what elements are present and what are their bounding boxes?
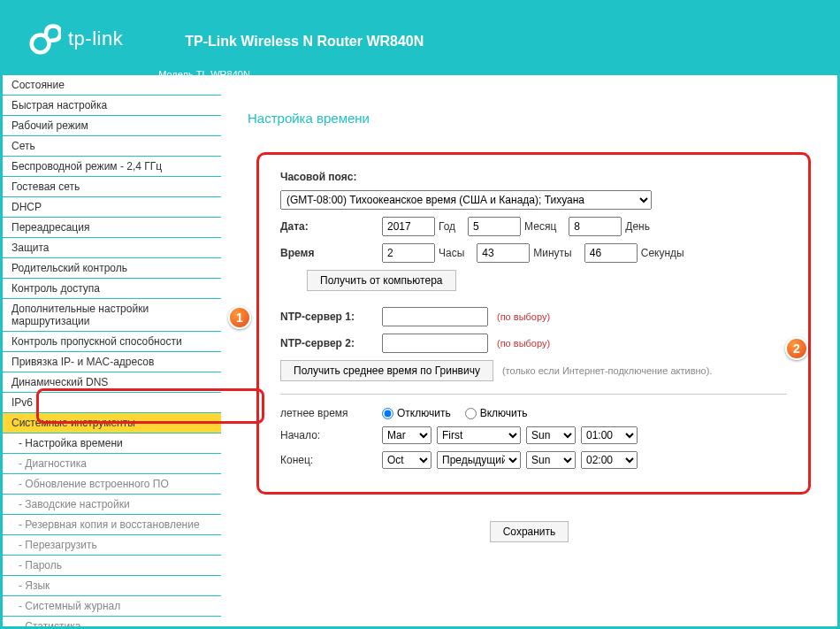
- sidebar-item-21[interactable]: - Резервная копия и восстановление: [3, 515, 221, 535]
- timezone-select[interactable]: (GMT-08:00) Тихоокеанское время (США и К…: [280, 190, 652, 210]
- gmt-hint: (только если Интернет-подключение активн…: [502, 365, 712, 376]
- time-label: Время: [280, 247, 382, 259]
- sidebar-item-23[interactable]: - Пароль: [3, 556, 221, 576]
- sidebar-item-16[interactable]: Системные инструменты: [3, 413, 221, 433]
- ntp1-label: NTP-сервер 1:: [280, 311, 382, 323]
- hour-unit: Часы: [439, 247, 464, 259]
- sidebar-item-3[interactable]: Сеть: [3, 136, 221, 157]
- sidebar-item-13[interactable]: Привязка IP- и MAC-адресов: [3, 352, 221, 372]
- sidebar-item-17[interactable]: - Настройка времени: [3, 433, 221, 454]
- annotation-badge-1: 1: [228, 306, 251, 329]
- page-title: Настройка времени: [248, 111, 811, 126]
- end-time-select[interactable]: 02:00: [581, 451, 638, 469]
- dst-label: летнее время: [280, 407, 382, 419]
- year-input[interactable]: [382, 217, 435, 236]
- start-month-select[interactable]: Mar: [382, 426, 431, 444]
- tplink-logo-icon: [29, 23, 61, 55]
- svg-point-0: [32, 35, 50, 53]
- sidebar-item-26[interactable]: - Статистика: [3, 617, 221, 626]
- start-time-select[interactable]: 01:00: [581, 426, 638, 444]
- ntp1-hint: (по выбору): [497, 311, 550, 322]
- get-gmt-button[interactable]: Получить среднее время по Гринвичу: [280, 360, 493, 381]
- sidebar-item-6[interactable]: DHCP: [3, 197, 221, 218]
- dst-off-radio[interactable]: [382, 408, 393, 419]
- main-content: Настройка времени Часовой пояс: (GMT-08:…: [221, 75, 837, 626]
- save-button[interactable]: Сохранить: [490, 521, 569, 542]
- end-day-select[interactable]: Sun: [526, 451, 576, 469]
- sidebar-item-0[interactable]: Состояние: [3, 75, 221, 96]
- minute-unit: Минуты: [533, 247, 571, 259]
- sidebar-item-18[interactable]: - Диагностика: [3, 454, 221, 474]
- sidebar-item-5[interactable]: Гостевая сеть: [3, 177, 221, 197]
- sidebar-item-22[interactable]: - Перезагрузить: [3, 535, 221, 556]
- year-unit: Год: [439, 220, 455, 233]
- sidebar-item-1[interactable]: Быстрая настройка: [3, 96, 221, 116]
- ntp2-label: NTP-сервер 2:: [280, 337, 382, 349]
- sidebar-item-7[interactable]: Переадресация: [3, 218, 221, 238]
- ntp2-input[interactable]: [382, 334, 488, 353]
- minute-input[interactable]: [477, 243, 530, 263]
- day-unit: День: [625, 220, 650, 233]
- dst-end-label: Конец:: [280, 454, 382, 466]
- dst-start-label: Начало:: [280, 429, 382, 441]
- ntp2-hint: (по выбору): [497, 338, 550, 349]
- second-unit: Секунды: [641, 247, 684, 259]
- sidebar-item-19[interactable]: - Обновление встроенного ПО: [3, 474, 221, 495]
- ntp1-input[interactable]: [382, 307, 488, 326]
- annotation-badge-2: 2: [785, 337, 808, 360]
- sidebar-item-12[interactable]: Контроль пропускной способности: [3, 332, 221, 352]
- sidebar-item-11[interactable]: Дополнительные настройки маршрутизации: [3, 299, 221, 332]
- end-week-select[interactable]: Предыдущий: [437, 451, 521, 469]
- brand-text: tp-link: [68, 27, 123, 50]
- product-title: TP-Link Wireless N Router WR840N: [158, 0, 450, 67]
- start-day-select[interactable]: Sun: [526, 426, 576, 444]
- separator: [280, 394, 787, 395]
- sidebar-item-4[interactable]: Беспроводной режим - 2,4 ГГц: [3, 157, 221, 177]
- second-input[interactable]: [584, 243, 638, 263]
- hour-input[interactable]: [382, 243, 435, 263]
- sidebar-item-14[interactable]: Динамический DNS: [3, 372, 221, 393]
- header-title: TP-Link Wireless N Router WR840N Модель …: [158, 0, 450, 80]
- sidebar-item-15[interactable]: IPv6: [3, 393, 221, 413]
- dst-on-label: Включить: [480, 407, 528, 419]
- date-label: Дата:: [280, 220, 382, 233]
- sidebar-item-2[interactable]: Рабочий режим: [3, 116, 221, 136]
- dst-on-radio[interactable]: [465, 408, 477, 419]
- sidebar-item-10[interactable]: Контроль доступа: [3, 279, 221, 299]
- sidebar-item-24[interactable]: - Язык: [3, 576, 221, 596]
- sidebar-item-25[interactable]: - Системный журнал: [3, 596, 221, 617]
- day-input[interactable]: [569, 217, 622, 236]
- end-month-select[interactable]: Oct: [382, 451, 431, 469]
- timezone-label: Часовой пояс:: [280, 171, 382, 183]
- month-input[interactable]: [468, 217, 521, 236]
- header: tp-link TP-Link Wireless N Router WR840N…: [3, 3, 837, 75]
- start-week-select[interactable]: First: [437, 426, 521, 444]
- brand-logo: tp-link: [29, 23, 123, 55]
- get-from-pc-button[interactable]: Получить от компьютера: [307, 270, 456, 291]
- sidebar: СостояниеБыстрая настройкаРабочий режимС…: [3, 75, 221, 626]
- dst-off-label: Отключить: [397, 407, 451, 419]
- time-settings-form: Часовой пояс: (GMT-08:00) Тихоокеанское …: [256, 152, 811, 495]
- sidebar-item-9[interactable]: Родительский контроль: [3, 258, 221, 279]
- sidebar-item-20[interactable]: - Заводские настройки: [3, 495, 221, 515]
- sidebar-item-8[interactable]: Защита: [3, 238, 221, 258]
- month-unit: Месяц: [524, 220, 556, 233]
